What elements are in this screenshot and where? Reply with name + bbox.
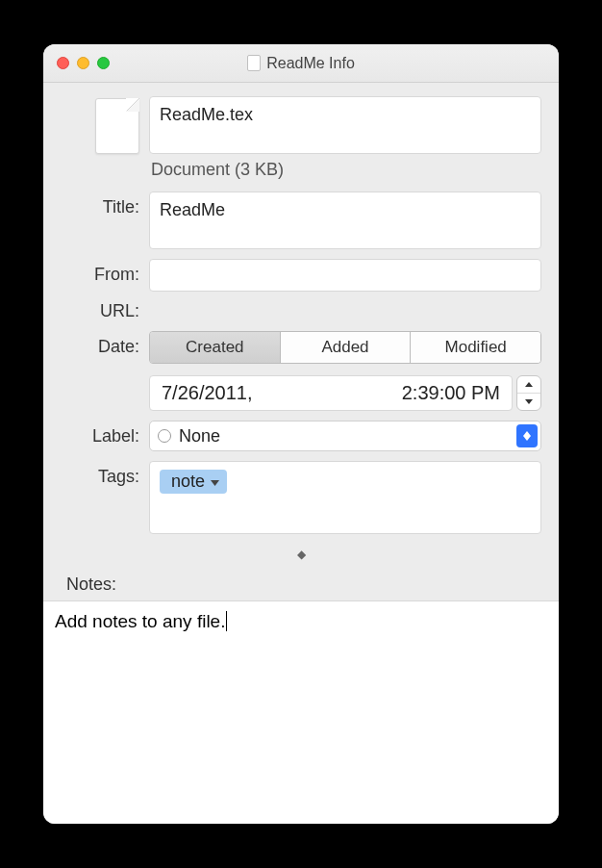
tag-chip[interactable]: note: [160, 470, 227, 494]
title-value: ReadMe: [160, 200, 225, 220]
date-label: Date:: [61, 331, 139, 357]
from-label: From:: [61, 259, 139, 285]
label-label: Label:: [61, 421, 139, 447]
minimize-button[interactable]: [77, 57, 89, 69]
date-segmented-control: Created Added Modified: [149, 331, 541, 364]
from-field[interactable]: [149, 259, 541, 292]
window-title: ReadMe Info: [266, 55, 355, 72]
url-label: URL:: [61, 301, 139, 321]
traffic-lights: [43, 57, 110, 69]
select-arrows-icon: [516, 424, 538, 447]
chevron-down-icon: [211, 476, 219, 488]
time-value: 2:39:00 PM: [402, 382, 500, 404]
notes-textarea[interactable]: Add notes to any file.: [43, 600, 559, 824]
tag-chip-text: note: [171, 472, 205, 492]
date-time-field[interactable]: 7/26/2011, 2:39:00 PM: [149, 375, 513, 411]
info-window: ReadMe Info ReadMe.tex Document (3 KB) T…: [43, 44, 559, 824]
title-label: Title:: [61, 191, 139, 217]
filename-text: ReadMe.tex: [160, 105, 253, 125]
segment-added[interactable]: Added: [281, 332, 412, 363]
file-kind-size: Document (3 KB): [149, 154, 541, 182]
filename-field[interactable]: ReadMe.tex: [149, 96, 541, 154]
date-value: 7/26/2011,: [162, 382, 253, 404]
close-button[interactable]: [57, 57, 69, 69]
stepper-down[interactable]: [517, 394, 540, 410]
title-field[interactable]: ReadMe: [149, 191, 541, 249]
content-area: ReadMe.tex Document (3 KB) Title: ReadMe…: [43, 83, 559, 600]
notes-label: Notes:: [61, 574, 541, 600]
notes-text: Add notes to any file.: [55, 611, 227, 631]
tags-field[interactable]: note: [149, 461, 541, 534]
zoom-button[interactable]: [97, 57, 110, 69]
label-select-value: None: [179, 426, 220, 447]
stepper-up[interactable]: [517, 376, 540, 394]
label-color-circle-icon: [158, 429, 171, 443]
splitter-handle[interactable]: ◆: [61, 544, 541, 565]
segment-modified[interactable]: Modified: [411, 332, 540, 363]
titlebar: ReadMe Info: [43, 44, 559, 83]
segment-created[interactable]: Created: [150, 332, 281, 363]
document-icon: [247, 55, 261, 71]
label-select[interactable]: None: [149, 421, 541, 451]
date-stepper: [516, 375, 541, 411]
tags-label: Tags:: [61, 461, 139, 487]
file-icon: [95, 98, 139, 154]
